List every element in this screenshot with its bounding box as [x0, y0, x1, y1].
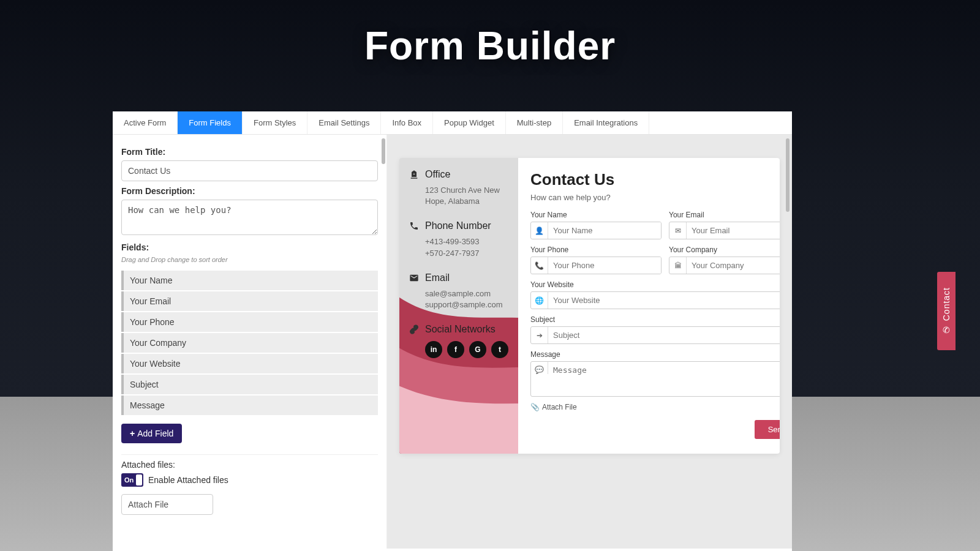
attach-file-link[interactable]: 📎 Attach File: [530, 403, 780, 411]
form-title-label: Form Title:: [121, 147, 378, 157]
tab-email-integrations[interactable]: Email Integrations: [563, 111, 649, 134]
tab-multi-step[interactable]: Multi-step: [506, 111, 563, 134]
phone-1: +413-499-3593: [425, 236, 508, 247]
app-window: Active Form Form Fields Form Styles Emai…: [113, 111, 792, 551]
office-address: 123 Church Ave New Hope, Alabama: [425, 185, 508, 207]
toggle-caption: Enable Attached files: [148, 475, 228, 485]
phone-label: Your Phone: [530, 246, 662, 254]
page-title: Form Builder: [0, 23, 980, 69]
message-input[interactable]: [548, 362, 780, 396]
preview-form-title: Contact Us: [530, 170, 780, 189]
tab-popup-widget[interactable]: Popup Widget: [433, 111, 506, 134]
form-column: Contact Us How can we help you? Your Nam…: [518, 158, 780, 454]
phone-icon: [409, 221, 419, 231]
tab-active-form[interactable]: Active Form: [113, 111, 178, 134]
link-icon: [409, 324, 419, 334]
form-description-label: Form Description:: [121, 186, 378, 196]
attach-file-label: Attach File: [542, 403, 577, 411]
email-1: sale@sample.com: [425, 288, 508, 299]
field-row[interactable]: Your Name: [121, 271, 378, 290]
office-heading: Office: [425, 169, 451, 180]
plus-icon: +: [130, 429, 135, 438]
attach-file-input[interactable]: [121, 494, 213, 515]
social-heading: Social Networks: [425, 324, 496, 335]
info-column: Office 123 Church Ave New Hope, Alabama …: [399, 158, 518, 454]
phone-heading: Phone Number: [425, 220, 491, 231]
email-input[interactable]: [687, 222, 780, 239]
website-input[interactable]: [548, 292, 780, 309]
attached-files-label: Attached files:: [121, 460, 378, 470]
fields-list: Your Name Your Email Your Phone Your Com…: [121, 271, 378, 415]
chat-icon: ✆: [943, 325, 950, 335]
email-heading: Email: [425, 272, 450, 283]
company-input[interactable]: [687, 257, 780, 274]
building-icon: [409, 170, 419, 179]
phone-icon: 📞: [531, 257, 548, 274]
tab-form-styles[interactable]: Form Styles: [243, 111, 307, 134]
contact-tab-label: Contact: [941, 287, 951, 321]
attached-files-toggle[interactable]: On: [121, 473, 143, 487]
subject-input[interactable]: [548, 327, 780, 343]
name-label: Your Name: [530, 211, 662, 219]
building-icon: 🏛: [669, 257, 687, 274]
tab-form-fields[interactable]: Form Fields: [178, 111, 243, 134]
tab-info-box[interactable]: Info Box: [381, 111, 433, 134]
field-row[interactable]: Your Company: [121, 333, 378, 353]
company-label: Your Company: [669, 246, 780, 254]
arrow-icon: ➔: [531, 327, 548, 343]
add-field-button[interactable]: +Add Field: [121, 424, 182, 443]
email-icon: [409, 273, 419, 283]
toggle-knob: [136, 474, 142, 485]
field-row[interactable]: Message: [121, 395, 378, 415]
phone-input[interactable]: [548, 257, 661, 274]
toggle-state: On: [124, 476, 134, 484]
phone-2: +570-247-7937: [425, 248, 508, 259]
form-description-input[interactable]: How can we help you?: [121, 200, 378, 235]
twitter-icon[interactable]: t: [491, 341, 508, 358]
preview-form-description: How can we help you?: [530, 193, 780, 202]
email-2: support@sample.com: [425, 299, 508, 310]
chat-icon: 💬: [531, 362, 548, 374]
send-button[interactable]: Send: [755, 420, 780, 439]
editor-pane: Form Title: Form Description: How can we…: [113, 135, 387, 549]
field-row[interactable]: Your Phone: [121, 312, 378, 332]
field-row[interactable]: Your Website: [121, 354, 378, 373]
google-icon[interactable]: G: [469, 341, 486, 358]
field-row[interactable]: Subject: [121, 375, 378, 394]
name-input[interactable]: [548, 222, 661, 239]
add-field-label: Add Field: [137, 429, 173, 438]
preview-pane: Office 123 Church Ave New Hope, Alabama …: [387, 135, 792, 549]
linkedin-icon[interactable]: in: [425, 341, 442, 358]
scrollbar-thumb[interactable]: [786, 138, 790, 212]
facebook-icon[interactable]: f: [447, 341, 464, 358]
email-label: Your Email: [669, 211, 780, 219]
scrollbar-thumb[interactable]: [382, 138, 385, 164]
message-label: Message: [530, 350, 780, 359]
website-label: Your Website: [530, 280, 780, 289]
tabs: Active Form Form Fields Form Styles Emai…: [113, 111, 792, 135]
globe-icon: 🌐: [531, 292, 548, 309]
envelope-icon: ✉: [669, 222, 687, 239]
contact-side-tab[interactable]: Contact ✆: [937, 272, 956, 350]
fields-helper: Drag and Drop change to sort order: [121, 256, 378, 263]
form-title-input[interactable]: [121, 160, 378, 181]
tab-email-settings[interactable]: Email Settings: [307, 111, 381, 134]
fields-label: Fields:: [121, 242, 378, 252]
user-icon: 👤: [531, 222, 548, 239]
field-row[interactable]: Your Email: [121, 291, 378, 311]
preview-card: Office 123 Church Ave New Hope, Alabama …: [399, 158, 780, 454]
paperclip-icon: 📎: [530, 403, 540, 411]
subject-label: Subject: [530, 315, 780, 324]
